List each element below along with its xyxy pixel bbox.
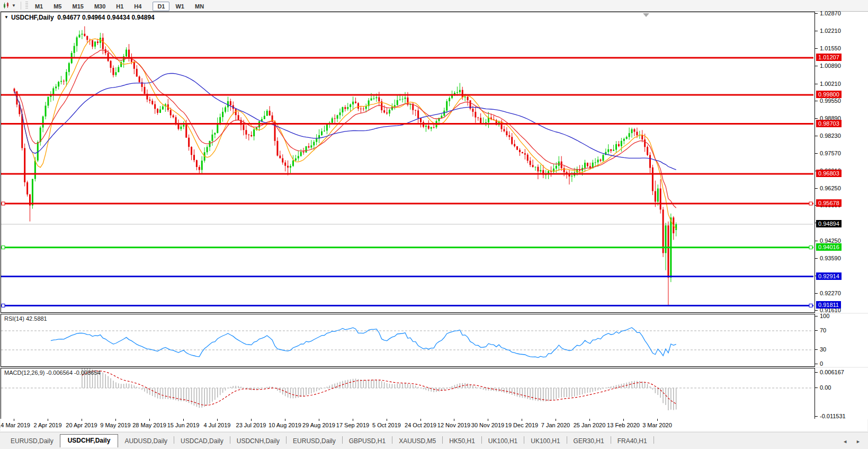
timeframe-button-w1[interactable]: W1	[171, 2, 189, 11]
candle-body	[623, 139, 625, 141]
candle-body	[371, 99, 372, 101]
price-tick-mark	[815, 310, 818, 311]
date-tick-label: 13 Feb 2020	[607, 422, 640, 428]
candle-body	[238, 115, 239, 120]
chart-tab-hk50-h1[interactable]: HK50,H1	[443, 435, 481, 447]
candle-body	[655, 191, 656, 202]
chart-tab-gbpusd-h1[interactable]: GBPUSD,H1	[343, 435, 392, 447]
price-axis[interactable]: 1.028701.022101.015501.008901.002100.995…	[815, 12, 868, 313]
chart-symbol: USDCHF,Daily	[11, 14, 54, 21]
price-tick-mark	[815, 241, 818, 241]
price-tick-label: 0.93590	[820, 255, 841, 261]
candle-body	[115, 72, 117, 75]
candle-body	[34, 161, 36, 179]
date-tick-mark	[149, 419, 150, 421]
candle-body	[503, 129, 505, 131]
timeframe-button-h1[interactable]: H1	[111, 2, 128, 11]
timeframe-button-d1[interactable]: D1	[153, 2, 169, 11]
timeframe-button-mn[interactable]: MN	[190, 2, 209, 11]
timeframe-button-h4[interactable]: H4	[129, 2, 146, 11]
candle-body	[467, 96, 469, 100]
candle-body	[511, 137, 513, 144]
moving-average-50	[14, 74, 676, 170]
chart-tab-eurusd-daily[interactable]: EURUSD,Daily	[287, 435, 342, 447]
date-axis[interactable]: 14 Mar 20192 Apr 201920 Apr 20199 May 20…	[1, 419, 867, 431]
candle-body	[170, 110, 172, 116]
candle-body	[162, 107, 164, 110]
price-tick-mark	[815, 153, 818, 154]
candle-body	[389, 110, 390, 113]
candle-body	[180, 127, 182, 129]
date-tick-label: 5 Oct 2019	[372, 422, 401, 428]
chart-tab-xauusd-m5[interactable]: XAUUSD,M5	[392, 435, 442, 447]
chart-tab-usdcnh-daily[interactable]: USDCNH,Daily	[230, 435, 286, 447]
candle-body	[219, 117, 221, 123]
price-tick-mark	[815, 136, 818, 136]
chart-tab-usdchf-daily[interactable]: USDCHF,Daily	[60, 434, 119, 447]
chart-tab-ger30-h1[interactable]: GER30,H1	[567, 435, 611, 447]
candle-body	[615, 144, 617, 149]
price-label-0.94016: 0.94016	[816, 243, 842, 251]
timeframe-button-m5[interactable]: M5	[49, 2, 66, 11]
candle-body	[290, 166, 291, 168]
candle-body	[102, 38, 104, 49]
date-tick-label: 24 Oct 2019	[405, 422, 436, 428]
price-tick-mark	[815, 293, 818, 294]
candle-body	[42, 117, 44, 128]
line-handle[interactable]	[2, 202, 5, 205]
candlestick-chart[interactable]	[1, 12, 813, 311]
macd-tick-label: 0.006167	[820, 369, 844, 375]
chart-type-icon[interactable]: ▼	[3, 2, 16, 9]
candle-body	[584, 163, 586, 168]
chart-tab-eurusd-daily[interactable]: EURUSD,Daily	[4, 435, 60, 447]
timeframe-button-m30[interactable]: M30	[90, 2, 110, 11]
toolbar-grip[interactable]	[25, 2, 28, 10]
line-handle[interactable]	[809, 246, 812, 249]
price-tick-mark	[815, 48, 818, 49]
main-chart-pane[interactable]: ▼USDCHF,Daily 0.94677 0.94964 0.94434 0.…	[1, 12, 815, 313]
candle-body	[313, 142, 315, 146]
tab-scroll-left-icon[interactable]: ◄	[843, 439, 847, 444]
candle-body	[24, 148, 25, 182]
candle-body	[428, 126, 429, 129]
rsi-chart[interactable]	[1, 314, 813, 365]
candle-body	[151, 101, 153, 104]
rsi-pane[interactable]: RSI(14) 42.5881	[1, 314, 815, 367]
line-handle[interactable]	[2, 304, 5, 307]
candle-body	[94, 41, 96, 46]
timeframe-button-m1[interactable]: M1	[30, 2, 48, 11]
price-tick-label: 0.92270	[820, 290, 841, 296]
chart-tab-uk100-h1[interactable]: UK100,H1	[482, 435, 524, 447]
candle-body	[397, 100, 398, 105]
macd-pane[interactable]: MACD(12,26,9) -0.006564 -0.008654	[1, 368, 815, 419]
candle-body	[32, 179, 33, 206]
bid-price-label: 0.94894	[816, 220, 842, 227]
chart-tab-audusd-daily[interactable]: AUDUSD,Daily	[118, 435, 174, 447]
line-handle[interactable]	[2, 246, 5, 249]
chevron-down-icon[interactable]: ▼	[12, 3, 16, 8]
candle-body	[571, 175, 572, 176]
line-handle[interactable]	[809, 304, 812, 307]
date-tick-mark	[48, 419, 48, 421]
macd-chart[interactable]	[1, 368, 813, 418]
chart-tab-fra40-h1[interactable]: FRA40,H1	[611, 435, 654, 447]
timeframe-button-m15[interactable]: M15	[67, 2, 88, 11]
candle-body	[185, 125, 187, 137]
tab-scroll-right-icon[interactable]: ►	[856, 439, 861, 444]
candle-body	[425, 126, 427, 127]
price-label-0.95678: 0.95678	[816, 199, 842, 207]
chart-ohlc: 0.94677 0.94964 0.94434 0.94894	[57, 14, 155, 21]
chart-tab-usdcad-daily[interactable]: USDCAD,Daily	[174, 435, 230, 447]
candle-body	[334, 118, 336, 119]
line-handle[interactable]	[809, 202, 812, 205]
chart-tab-uk100-h1[interactable]: UK100,H1	[524, 435, 566, 447]
candle-body	[287, 166, 289, 168]
candle-body	[133, 62, 135, 69]
candle-body	[21, 114, 23, 148]
date-tick-label: 12 Nov 2019	[437, 422, 470, 428]
symbol-menu-icon[interactable]: ▼	[4, 15, 8, 20]
candle-body	[68, 63, 70, 72]
candle-body	[347, 107, 348, 109]
candle-body	[477, 118, 479, 118]
candle-body	[587, 163, 588, 166]
